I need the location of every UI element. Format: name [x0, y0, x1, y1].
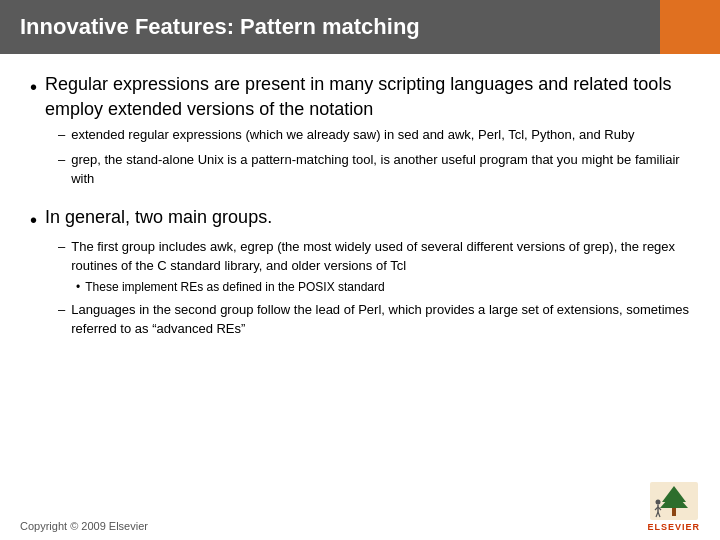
sub-dash-1: –	[58, 126, 65, 145]
bullet-2-sub-1-block: – The first group includes awk, egrep (t…	[58, 238, 690, 295]
sub-dash-3: –	[58, 238, 65, 257]
sub-3-text: The first group includes awk, egrep (the…	[71, 238, 690, 276]
slide-content: • Regular expressions are present in man…	[0, 54, 720, 476]
sub-dash-4: –	[58, 301, 65, 320]
elsevier-logo: ELSEVIER	[647, 482, 700, 532]
elsevier-label: ELSEVIER	[647, 522, 700, 532]
sub-sub-1-text: These implement REs as defined in the PO…	[85, 279, 385, 296]
copyright-text: Copyright © 2009 Elsevier	[20, 520, 148, 532]
sub-1-text: extended regular expressions (which we a…	[71, 126, 634, 145]
bullet-1-sub-1: – extended regular expressions (which we…	[58, 126, 690, 145]
bullet-2-sublist: – The first group includes awk, egrep (t…	[58, 238, 690, 339]
sub-4-text: Languages in the second group follow the…	[71, 301, 690, 339]
slide: Innovative Features: Pattern matching • …	[0, 0, 720, 540]
slide-header: Innovative Features: Pattern matching	[0, 0, 720, 54]
sub-sub-item-1: • These implement REs as defined in the …	[76, 279, 690, 296]
sub-sub-bullet-1: •	[76, 279, 80, 296]
bullet-1-block: • Regular expressions are present in man…	[30, 72, 690, 189]
bullet-1-dot: •	[30, 73, 37, 101]
bullet-2-block: • In general, two main groups. – The fir…	[30, 205, 690, 339]
slide-footer: Copyright © 2009 Elsevier ELSEVIER	[0, 476, 720, 540]
elsevier-tree-icon	[650, 482, 698, 520]
bullet-1-main: • Regular expressions are present in man…	[30, 72, 690, 122]
bullet-2-dot: •	[30, 206, 37, 234]
bullet-2-main: • In general, two main groups.	[30, 205, 690, 234]
bullet-1-sublist: – extended regular expressions (which we…	[58, 126, 690, 189]
bullet-2-text: In general, two main groups.	[45, 205, 272, 230]
bullet-1-sub-2: – grep, the stand-alone Unix is a patter…	[58, 151, 690, 189]
bullet-1-text: Regular expressions are present in many …	[45, 72, 690, 122]
sub-sub-list: • These implement REs as defined in the …	[76, 279, 690, 296]
bullet-2-sub-2: – Languages in the second group follow t…	[58, 301, 690, 339]
bullet-2-sub-1: – The first group includes awk, egrep (t…	[58, 238, 690, 276]
header-accent	[660, 0, 720, 54]
sub-2-text: grep, the stand-alone Unix is a pattern-…	[71, 151, 690, 189]
sub-dash-2: –	[58, 151, 65, 170]
svg-point-4	[655, 500, 660, 505]
header-title: Innovative Features: Pattern matching	[20, 14, 420, 39]
